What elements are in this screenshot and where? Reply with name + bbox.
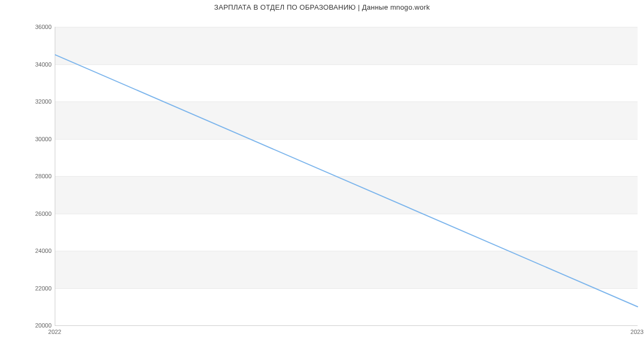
y-tick-label: 28000 — [3, 173, 52, 179]
chart-container: ЗАРПЛАТА В ОТДЕЛ ПО ОБРАЗОВАНИЮ | Данные… — [0, 0, 644, 349]
y-tick-label: 20000 — [3, 322, 52, 329]
y-tick-label: 36000 — [3, 24, 52, 30]
x-tick-label: 2022 — [48, 329, 61, 335]
line-series — [55, 27, 638, 325]
y-tick-label: 32000 — [3, 98, 52, 105]
y-tick-label: 30000 — [3, 136, 52, 142]
y-tick-label: 34000 — [3, 61, 52, 68]
y-tick-label: 22000 — [3, 285, 52, 292]
y-tick-label: 24000 — [3, 248, 52, 254]
chart-title: ЗАРПЛАТА В ОТДЕЛ ПО ОБРАЗОВАНИЮ | Данные… — [0, 3, 644, 11]
y-tick-label: 26000 — [3, 210, 52, 217]
x-tick-label: 2023 — [631, 329, 643, 335]
plot-area — [55, 27, 638, 326]
